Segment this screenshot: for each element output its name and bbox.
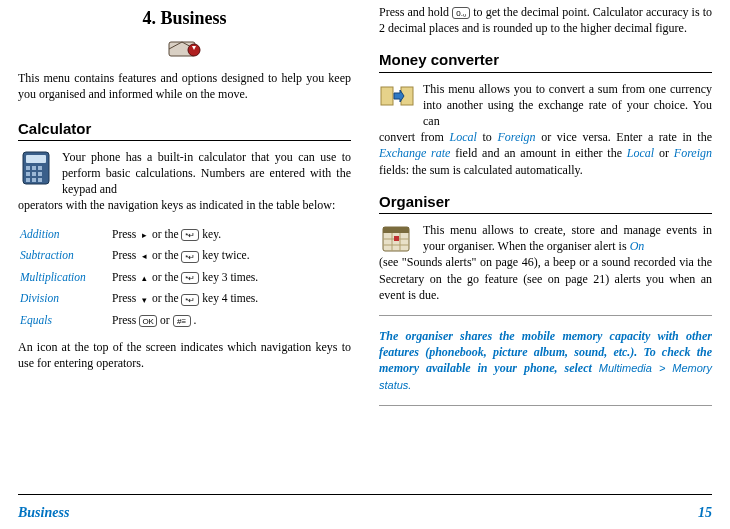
divider	[379, 315, 712, 316]
svg-rect-11	[32, 178, 36, 182]
divider	[379, 405, 712, 406]
business-icon	[18, 36, 351, 62]
organiser-text-cont: (see "Sounds alerts" on page 46), a beep…	[379, 254, 712, 303]
op-name: Subtraction	[18, 245, 110, 267]
arrow-right-icon: ▸	[139, 229, 149, 241]
zero-key-icon: 0.ᵤ	[452, 7, 470, 19]
page: 4. Business This menu contains features …	[0, 0, 730, 529]
left-column: 4. Business This menu contains features …	[18, 4, 351, 490]
op-desc: Press ▾ or the *↵ key 4 times.	[110, 288, 351, 310]
star-key-icon: *↵	[181, 229, 199, 241]
calculator-paragraph: Your phone has a built-in calculator tha…	[18, 149, 351, 198]
svg-rect-3	[26, 155, 46, 163]
op-desc: Press ▴ or the *↵ key 3 times.	[110, 267, 351, 289]
calculator-text-cont: operators with the navigation keys as in…	[18, 197, 351, 213]
organiser-icon	[379, 222, 415, 254]
svg-rect-4	[26, 166, 30, 170]
op-name: Equals	[18, 310, 110, 332]
svg-rect-21	[394, 236, 399, 241]
heading-calculator: Calculator	[18, 119, 351, 141]
ok-key-icon: OK	[139, 315, 157, 327]
calculator-footer-text: An icon at the top of the screen indicat…	[18, 339, 351, 371]
heading-organiser: Organiser	[379, 192, 712, 214]
op-desc: Press OK or #≡ .	[110, 310, 351, 332]
right-column: Press and hold 0.ᵤ to get the decimal po…	[379, 4, 712, 490]
row-division: Division Press ▾ or the *↵ key 4 times.	[18, 288, 351, 310]
svg-rect-9	[38, 172, 42, 176]
arrow-up-icon: ▴	[139, 272, 149, 284]
organiser-paragraph: This menu allows to create, store and ma…	[379, 222, 712, 254]
calculator-text-start: Your phone has a built-in calculator tha…	[62, 149, 351, 198]
op-name: Addition	[18, 224, 110, 246]
star-key-icon: *↵	[181, 294, 199, 306]
op-name: Multiplication	[18, 267, 110, 289]
svg-rect-8	[32, 172, 36, 176]
row-multiplication: Multiplication Press ▴ or the *↵ key 3 t…	[18, 267, 351, 289]
svg-rect-13	[381, 87, 393, 105]
star-key-icon: *↵	[181, 272, 199, 284]
organiser-note: The organiser shares the mobile memory c…	[379, 328, 712, 393]
columns: 4. Business This menu contains features …	[18, 0, 712, 490]
svg-rect-7	[26, 172, 30, 176]
money-text-start: This menu allows you to convert a sum fr…	[423, 81, 712, 130]
footer: Business 15	[18, 504, 712, 523]
op-desc: Press ◂ or the *↵ key twice.	[110, 245, 351, 267]
op-name: Division	[18, 288, 110, 310]
star-key-icon: *↵	[181, 251, 199, 263]
intro-text: This menu contains features and options …	[18, 70, 351, 102]
chapter-title: 4. Business	[18, 6, 351, 30]
svg-rect-10	[26, 178, 30, 182]
decimal-paragraph: Press and hold 0.ᵤ to get the decimal po…	[379, 4, 712, 36]
footer-section: Business	[18, 504, 69, 523]
money-converter-icon	[379, 81, 415, 130]
heading-money-converter: Money converter	[379, 50, 712, 72]
svg-rect-6	[38, 166, 42, 170]
operations-table: Addition Press ▸ or the *↵ key. Subtract…	[18, 224, 351, 332]
row-subtraction: Subtraction Press ◂ or the *↵ key twice.	[18, 245, 351, 267]
row-addition: Addition Press ▸ or the *↵ key.	[18, 224, 351, 246]
money-text-cont: convert from Local to Foreign or vice ve…	[379, 129, 712, 178]
svg-rect-5	[32, 166, 36, 170]
svg-rect-16	[383, 227, 409, 233]
hash-key-icon: #≡	[173, 315, 191, 327]
svg-rect-12	[38, 178, 42, 182]
row-equals: Equals Press OK or #≡ .	[18, 310, 351, 332]
arrow-left-icon: ◂	[139, 250, 149, 262]
footer-rule	[18, 494, 712, 495]
op-desc: Press ▸ or the *↵ key.	[110, 224, 351, 246]
calculator-icon	[18, 149, 54, 198]
organiser-text-start: This menu allows to create, store and ma…	[423, 222, 712, 254]
footer-page-number: 15	[698, 504, 712, 523]
money-paragraph: This menu allows you to convert a sum fr…	[379, 81, 712, 130]
arrow-down-icon: ▾	[139, 294, 149, 306]
